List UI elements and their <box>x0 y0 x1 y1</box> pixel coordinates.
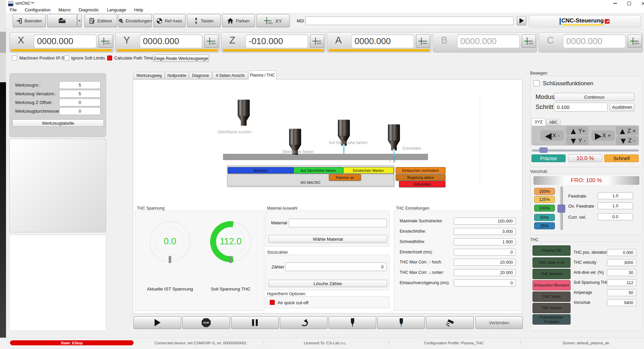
versatznr-field[interactable]: 5 <box>59 90 100 98</box>
clean-torch-button[interactable] <box>426 316 474 329</box>
fro-125-button[interactable]: 125% <box>534 196 555 203</box>
zero-axis-button[interactable]: ZERO <box>416 34 430 48</box>
jog-y-minus-button[interactable]: ▼Y - <box>566 136 589 145</box>
zero-axis-button[interactable]: ZERO <box>98 34 113 48</box>
zaehler-input[interactable]: 0 <box>285 262 387 271</box>
parken-button[interactable]: Parken <box>222 14 255 27</box>
menu-diagnostic[interactable]: Diagnostic <box>78 7 99 12</box>
waehle-material-button[interactable]: Wähle Material <box>268 235 387 243</box>
praezise-button[interactable]: Präzise <box>531 154 566 162</box>
zero-axis-button[interactable]: ZERO <box>204 34 218 48</box>
menu-help[interactable]: Help <box>134 7 143 12</box>
calculate-path-time-checkbox[interactable] <box>107 55 112 61</box>
fro-100-button[interactable]: 100% <box>534 205 555 212</box>
torch-ignite-button[interactable] <box>377 316 425 329</box>
menu-configuration[interactable]: Configuration <box>25 7 50 12</box>
tasten-button[interactable]: Tasten <box>187 14 221 27</box>
start-button[interactable] <box>134 316 181 329</box>
schritt-input[interactable]: 0.100 <box>554 103 608 112</box>
machine-position-checkbox[interactable] <box>12 55 17 61</box>
loesche-zaehler-button[interactable]: Lösche Zähler <box>268 280 387 287</box>
anti-dive-field[interactable]: 30 <box>607 269 636 276</box>
fro-150-button[interactable]: 150% <box>534 188 555 195</box>
einstechhoehe-field[interactable]: 3.000 <box>454 228 516 235</box>
plasma-ok-indicator[interactable]: Plasma OK <box>532 245 571 256</box>
eintauchverzoegerung-field[interactable]: 0 <box>454 279 516 286</box>
einstechzeit-field[interactable]: 0 <box>454 249 516 256</box>
soll-spannung-thc-field[interactable]: 112 <box>607 279 636 286</box>
jog-y-plus-button[interactable]: ▲Y+ <box>566 126 589 135</box>
einstellungen-button[interactable]: Einstellungen <box>118 14 152 27</box>
fro-50-button[interactable]: 50% <box>534 214 555 221</box>
torch-probe-button[interactable] <box>329 316 376 329</box>
jog-z-minus-button[interactable]: ▼Z - <box>616 136 638 145</box>
maximize-button[interactable] <box>623 0 635 7</box>
minimize-button[interactable] <box>609 0 621 7</box>
zero-axis-button[interactable]: ZERO <box>522 34 536 48</box>
zeige-werkzeugwege-button[interactable]: Zeige Reale Werkzeugwege <box>153 54 209 62</box>
werkzeugtabelle-button[interactable]: Werkzeugtabelle <box>12 119 104 127</box>
close-button[interactable] <box>637 0 644 7</box>
z-offset-field[interactable]: 0 <box>59 99 100 106</box>
jog-z-plus-button[interactable]: ▲Z + <box>616 126 638 135</box>
thc-arbeitet-indicator[interactable]: THC Arbeitet <box>532 269 571 279</box>
ignore-soft-limits-checkbox[interactable] <box>64 55 69 61</box>
ref-axes-button[interactable]: Ref Axes <box>153 14 186 27</box>
fro-slider-handle[interactable] <box>558 205 565 213</box>
rewind-button[interactable] <box>280 316 328 329</box>
ov-feedrate-field[interactable]: 1.0 <box>598 202 633 209</box>
tab-diagnose[interactable]: Diagnose <box>189 72 212 79</box>
pause-button[interactable] <box>231 316 279 329</box>
stop-button[interactable]: STOP <box>182 316 230 329</box>
thc-state-indicator[interactable]: THC state is on <box>532 257 571 268</box>
schneidhoehe-field[interactable]: 1.500 <box>454 238 516 245</box>
material-input[interactable] <box>289 219 387 227</box>
menu-file[interactable]: File <box>10 7 17 12</box>
zero-xy-button[interactable]: ZERO XY <box>256 14 290 27</box>
amperage-field[interactable]: 50 <box>607 289 636 296</box>
tab-4-seiten-ansicht[interactable]: 4 Seiten Ansicht <box>212 72 248 79</box>
durchmesser-field[interactable]: 0 <box>59 107 100 115</box>
curr-vel-field[interactable]: 0.0 <box>598 213 633 220</box>
thc-pos-deviation-field[interactable]: 0.000 <box>607 249 636 256</box>
jog-speed-slider-handle[interactable] <box>540 147 548 153</box>
menu-macro[interactable]: Macro <box>58 7 70 12</box>
axis-value-field[interactable]: 0000.000 <box>351 34 414 48</box>
schluesselfunktionen-checkbox[interactable] <box>533 80 540 86</box>
zero-axis-button[interactable]: ZERO <box>310 34 324 48</box>
mdi-run-button[interactable] <box>517 16 526 25</box>
jog-x-minus-button[interactable]: ◀X - <box>541 130 564 141</box>
schnell-button[interactable]: Schnell <box>604 154 639 162</box>
jog-tab-xyz[interactable]: XYZ <box>531 118 546 126</box>
fro-25-button[interactable]: 25% <box>534 222 555 229</box>
zero-axis-button[interactable]: ZERO <box>628 34 642 48</box>
eintauchen-blockiert-indicator[interactable]: Eintauchen Blockiert <box>532 280 571 290</box>
tab-nullpunkte[interactable]: Nullpunkte <box>165 72 189 79</box>
potentiometer-freigabe-indicator[interactable]: Potentiometer Freigabe <box>532 314 571 325</box>
thc-max-hoch-field[interactable]: 20.000 <box>454 259 516 266</box>
verbinden-button[interactable]: Verbinden <box>475 316 523 329</box>
suchstrecke-field[interactable]: 100.000 <box>454 218 516 225</box>
vorschub-value-field[interactable]: 9400 <box>607 299 636 306</box>
modus-select[interactable]: Continous <box>554 93 634 101</box>
axis-value-field[interactable]: 0000.000 <box>34 34 96 48</box>
ausfuehren-button[interactable]: Ausführen <box>610 103 634 111</box>
jog-x-plus-button[interactable]: ▶X + <box>591 130 615 141</box>
open-file-dropdown-button[interactable] <box>77 14 82 27</box>
axis-value-field[interactable]: 0000.000 <box>563 34 626 48</box>
thc-max-runter-field[interactable]: 20.000 <box>454 269 516 276</box>
feedrate-field[interactable]: 1.0 <box>598 192 633 199</box>
thc-velocity-field[interactable]: 3000 <box>607 259 636 266</box>
thc-runter-indicator[interactable]: THC Runter <box>532 303 571 313</box>
open-file-button[interactable] <box>47 14 77 27</box>
jog-speed-slider-track[interactable] <box>532 149 639 151</box>
axis-value-field[interactable]: -010.000 <box>245 34 308 48</box>
mdi-input[interactable] <box>305 16 514 25</box>
axis-value-field[interactable]: 0000.000 <box>457 34 520 48</box>
thc-hoch-indicator[interactable]: THC Hoch <box>532 292 571 302</box>
tab-plasma-thc[interactable]: Plasma / THC <box>248 71 276 80</box>
menu-language[interactable]: Language <box>107 7 126 12</box>
air-quick-cutoff-checkbox[interactable] <box>270 300 275 305</box>
axis-value-field[interactable]: 0000.000 <box>140 34 202 48</box>
jog-tab-abc[interactable]: ABC <box>546 119 561 126</box>
